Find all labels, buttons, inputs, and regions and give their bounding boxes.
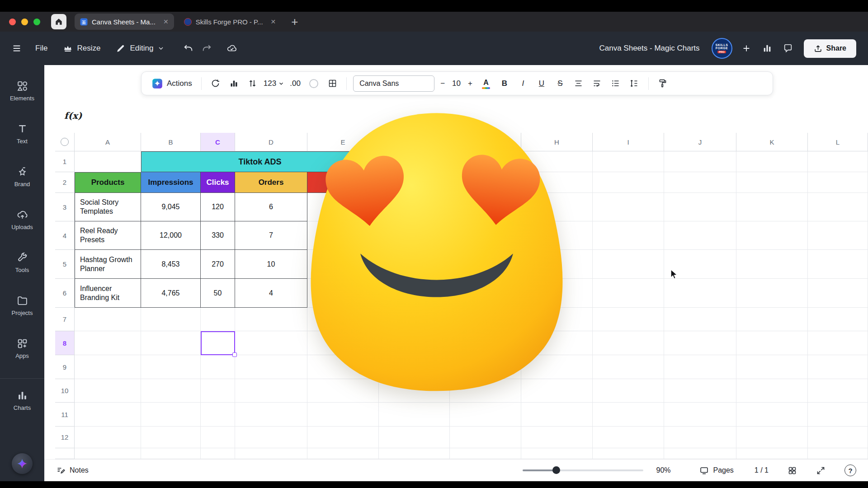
cell[interactable]: [141, 403, 201, 427]
sidebar-item-brand[interactable]: Brand: [0, 155, 44, 198]
sidebar-item-elements[interactable]: Elements: [0, 70, 44, 113]
fill-handle[interactable]: [232, 352, 237, 357]
cell[interactable]: [664, 403, 736, 427]
number-format-dropdown[interactable]: 123: [264, 75, 284, 92]
bold-button[interactable]: B: [497, 75, 512, 92]
row-header-4[interactable]: 4: [55, 221, 75, 250]
table-header-cell-B[interactable]: Impressions: [141, 172, 201, 193]
cell[interactable]: [664, 151, 736, 172]
undo-button[interactable]: [184, 43, 193, 53]
cell[interactable]: [593, 427, 664, 448]
data-cell-A4[interactable]: Reel Ready Presets: [75, 221, 141, 250]
cell[interactable]: [808, 250, 868, 279]
borders-button[interactable]: [325, 75, 340, 92]
cell[interactable]: [235, 427, 307, 448]
account-avatar[interactable]: SKILLS FORGE PRO: [712, 38, 732, 59]
cell[interactable]: [75, 151, 141, 172]
cell[interactable]: [75, 427, 141, 448]
column-header-L[interactable]: L: [808, 133, 868, 151]
file-menu-button[interactable]: File: [35, 44, 47, 53]
column-header-C[interactable]: C: [201, 133, 235, 151]
text-color-button[interactable]: A: [478, 75, 494, 92]
minimize-window-button[interactable]: [21, 19, 28, 25]
select-all-button[interactable]: [55, 133, 75, 151]
insert-chart-button[interactable]: [226, 75, 242, 92]
cell[interactable]: [808, 308, 868, 331]
cell[interactable]: [808, 355, 868, 379]
zoom-slider-track[interactable]: [523, 469, 643, 471]
cell[interactable]: [593, 193, 664, 221]
cell[interactable]: [593, 448, 664, 459]
cell[interactable]: [75, 448, 141, 459]
editing-mode-dropdown[interactable]: Editing: [116, 43, 165, 53]
font-family-selector[interactable]: Canva Sans: [353, 75, 434, 92]
cell[interactable]: [201, 355, 235, 379]
data-cell-C4[interactable]: 330: [201, 221, 235, 250]
column-header-I[interactable]: I: [593, 133, 664, 151]
data-cell-B5[interactable]: 8,453: [141, 250, 201, 279]
cell[interactable]: [808, 403, 868, 427]
data-cell-A6[interactable]: Influencer Branding Kit: [75, 279, 141, 308]
cell[interactable]: [664, 279, 736, 308]
table-header-cell-A[interactable]: Products: [75, 172, 141, 193]
row-header-11[interactable]: 11: [55, 403, 75, 427]
sidebar-item-projects[interactable]: Projects: [0, 284, 44, 327]
add-member-button[interactable]: [741, 43, 751, 53]
cell[interactable]: [201, 403, 235, 427]
copy-style-button[interactable]: [655, 75, 670, 92]
data-cell-C5[interactable]: 270: [201, 250, 235, 279]
column-header-B[interactable]: B: [141, 133, 201, 151]
cell[interactable]: [450, 448, 521, 459]
cell[interactable]: [808, 427, 868, 448]
cell[interactable]: [307, 403, 379, 427]
increase-font-size-button[interactable]: +: [468, 79, 472, 88]
decimal-places-button[interactable]: .00: [288, 75, 303, 92]
cell[interactable]: [201, 379, 235, 403]
row-header-6[interactable]: 6: [55, 279, 75, 308]
font-size-value[interactable]: 10: [452, 79, 461, 88]
cell[interactable]: [664, 308, 736, 331]
data-cell-B3[interactable]: 9,045: [141, 193, 201, 221]
cell[interactable]: [736, 151, 808, 172]
comments-button[interactable]: [783, 43, 793, 53]
cell[interactable]: [521, 427, 593, 448]
cell[interactable]: [736, 221, 808, 250]
cell[interactable]: [664, 379, 736, 403]
cell[interactable]: [450, 403, 521, 427]
decrease-font-size-button[interactable]: −: [440, 79, 445, 88]
cell[interactable]: [808, 379, 868, 403]
cell[interactable]: [141, 308, 201, 331]
strikethrough-button[interactable]: S: [552, 75, 568, 92]
cell[interactable]: [75, 308, 141, 331]
cell[interactable]: [808, 151, 868, 172]
row-header-5[interactable]: 5: [55, 250, 75, 279]
redo-button[interactable]: [202, 43, 212, 53]
cell[interactable]: [664, 448, 736, 459]
cell[interactable]: [521, 448, 593, 459]
cell[interactable]: [593, 379, 664, 403]
sidebar-item-text[interactable]: Text: [0, 113, 44, 155]
cell[interactable]: [664, 331, 736, 355]
row-header-8[interactable]: 8: [55, 331, 75, 355]
cell[interactable]: [808, 193, 868, 221]
home-button[interactable]: [51, 14, 66, 29]
cell[interactable]: [450, 427, 521, 448]
new-tab-button[interactable]: +: [291, 16, 298, 28]
cell[interactable]: [235, 448, 307, 459]
cell[interactable]: [141, 331, 201, 355]
tab-canva-sheets[interactable]: Canva Sheets - Ma... ✕: [75, 14, 174, 30]
resize-button[interactable]: Resize: [63, 43, 100, 53]
text-align-button[interactable]: [571, 75, 586, 92]
list-button[interactable]: [608, 75, 623, 92]
data-cell-C6[interactable]: 50: [201, 279, 235, 308]
line-spacing-button[interactable]: [627, 75, 642, 92]
autofill-button[interactable]: [208, 75, 223, 92]
cell[interactable]: [75, 379, 141, 403]
cell[interactable]: [736, 308, 808, 331]
underline-button[interactable]: U: [534, 75, 549, 92]
data-cell-B4[interactable]: 12,000: [141, 221, 201, 250]
cell[interactable]: [808, 331, 868, 355]
cell[interactable]: [808, 448, 868, 459]
fill-color-button[interactable]: [306, 75, 321, 92]
column-header-J[interactable]: J: [664, 133, 736, 151]
